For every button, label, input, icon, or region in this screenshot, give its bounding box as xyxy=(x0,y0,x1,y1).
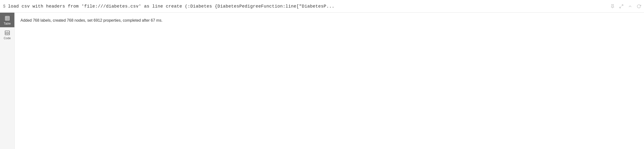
top-bar: $ load csv with headers from 'file:///di… xyxy=(0,0,644,13)
result-message: Added 768 labels, created 768 nodes, set… xyxy=(20,17,638,23)
expand-icon[interactable] xyxy=(619,4,624,8)
main-area: Table Code Added 768 labels, created 768… xyxy=(0,13,644,149)
sidebar-item-code-label: Code xyxy=(4,36,11,40)
prompt-symbol: $ xyxy=(3,4,6,9)
top-bar-actions xyxy=(610,4,641,8)
sidebar-item-table-label: Table xyxy=(4,22,11,25)
chevron-up-icon[interactable] xyxy=(628,4,632,8)
sidebar: Table Code xyxy=(0,13,15,149)
svg-line-2 xyxy=(620,6,621,8)
sidebar-item-table[interactable]: Table xyxy=(0,13,14,27)
svg-rect-3 xyxy=(5,16,9,20)
svg-line-1 xyxy=(622,5,623,6)
table-icon xyxy=(5,15,10,21)
sidebar-item-code[interactable]: Code xyxy=(0,27,14,42)
pin-icon[interactable] xyxy=(610,4,615,8)
code-icon xyxy=(5,30,10,35)
content-area: Added 768 labels, created 768 nodes, set… xyxy=(15,13,644,149)
refresh-icon[interactable] xyxy=(637,4,641,8)
command-text: load csv with headers from 'file:///diab… xyxy=(8,4,608,9)
